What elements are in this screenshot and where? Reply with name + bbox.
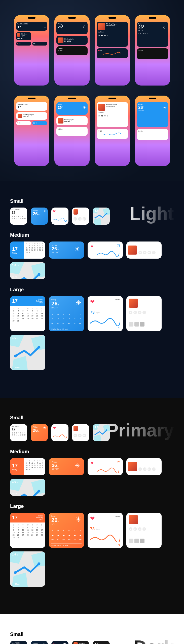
media-control-icon[interactable]: ⏭: [83, 434, 86, 437]
media-control-icon[interactable]: ♡: [152, 251, 156, 254]
media-control-icon[interactable]: ⏯: [133, 311, 137, 314]
media-control-icon[interactable]: ⏮: [138, 467, 142, 471]
upnext-art[interactable]: [134, 539, 139, 543]
media-control-icon[interactable]: ⏭: [83, 217, 86, 221]
map-widget-small[interactable]: 1.6Km: [93, 424, 110, 441]
heart-icon: ❤: [53, 642, 56, 644]
media-control-icon[interactable]: ⏯: [78, 217, 82, 221]
heart-widget-large[interactable]: ❤ 100% 73bpm 73: [88, 513, 123, 548]
favorite-icon[interactable]: ♡: [157, 299, 159, 308]
svg-point-29: [38, 562, 40, 565]
media-control-icon[interactable]: ⏮: [73, 434, 77, 437]
size-heading-small: Small: [10, 415, 174, 421]
heart-widget-small[interactable]: ❤ 73: [51, 424, 68, 441]
media-control-icon[interactable]: ⏯: [78, 434, 82, 437]
phone-mock: Blinding Lights The Weeknd Up Next ⏮ ⏯ ⏭…: [95, 15, 130, 86]
calendar-widget-small[interactable]: Wed, Feb 2021 17 1234567891011121314: [10, 424, 27, 441]
moon-icon: ☾: [163, 25, 167, 30]
theme-section-light: Small Light Wed, Feb 2021 17 12345678910…: [0, 181, 184, 398]
calendar-widget-large[interactable]: 17 FridayFebruary2021 SMTWTFS12345678910…: [10, 513, 45, 548]
heart-widget-small[interactable]: ❤ 73: [51, 641, 68, 644]
media-control-icon[interactable]: ⏮: [73, 217, 77, 221]
phone-mock: Friday 26° ☾ Blinding Lights ⏮ ⏯ ⏭ 1.6 K…: [54, 15, 90, 86]
phone-mock: Blinding Lights The Weeknd Up Next ⏮ ⏯ ⏭…: [95, 96, 130, 166]
weather-icon: ☀: [43, 209, 46, 213]
svg-point-4: [106, 213, 107, 214]
weather-widget-small[interactable]: Friday 26°C ☀: [31, 424, 48, 441]
media-control-icon[interactable]: ⏯: [143, 251, 146, 254]
media-control-icon[interactable]: ⏭: [138, 527, 141, 531]
media-control-icon[interactable]: ⏮: [129, 311, 132, 314]
media-control-icon[interactable]: ♡: [152, 467, 156, 471]
album-art: [73, 209, 78, 215]
phone-map-large: 1.6 Km: [137, 48, 168, 59]
heart-icon: ❤: [90, 515, 95, 522]
map-widget-large[interactable]: 1.6 Km 🚶 32 min: [10, 335, 45, 370]
media-control-icon[interactable]: ⏯: [143, 467, 146, 471]
media-control-icon[interactable]: ⏭: [148, 251, 151, 254]
music-widget-large[interactable]: Blinding LightsThe Weeknd ♡ ⏮⏯⏭♡ Up Next: [126, 296, 162, 331]
heart-widget-small[interactable]: ❤ 73: [51, 208, 68, 225]
calendar-widget-medium[interactable]: 17 Friday SMTWTFS12345678910111213141516…: [10, 242, 45, 259]
map-widget-small[interactable]: 1.6Km: [93, 641, 110, 644]
upnext-art[interactable]: [129, 322, 133, 327]
music-widget-small[interactable]: Blinding Lights ⏮⏯⏭: [72, 424, 89, 441]
svg-point-9: [38, 273, 40, 276]
weather-widget-small[interactable]: Friday 26°C ☾: [31, 641, 48, 644]
album-art: [128, 246, 137, 255]
weather-widget-medium[interactable]: Friday 26°C 19° / 27° ☀: [49, 242, 84, 259]
wind-icon: ≋: [51, 328, 53, 330]
favorite-icon[interactable]: ♡: [157, 515, 159, 524]
phone-map-large: 1.6 Km: [137, 129, 168, 140]
media-control-icon[interactable]: ⏮: [129, 527, 132, 531]
heart-widget-large[interactable]: ❤ 100% 73bpm 73: [88, 296, 123, 331]
phone-weather-mini: 26° ☾: [32, 42, 47, 46]
weather-icon: ☀: [72, 244, 82, 257]
map-widget-small[interactable]: 1.6Km: [93, 208, 110, 225]
map-widget-large[interactable]: 1.6 Km 🚶 32 min: [10, 551, 45, 587]
media-control-icon[interactable]: ⏭: [138, 311, 141, 314]
heart-icon: ❤: [53, 209, 56, 213]
phone-mock: Wed, Feb 2021 17 Blinding Lights ⏮ ⏯ ⏭ ❤…: [14, 96, 49, 166]
music-widget-medium[interactable]: Blinding LightsThe Weeknd ⏮⏯⏭♡: [126, 458, 162, 475]
phone-music-large: Blinding Lights The Weeknd Up Next ⏮ ⏯ ⏭…: [97, 102, 128, 127]
calendar-widget-medium[interactable]: 17 Friday SMTWTFS12345678910111213141516…: [10, 458, 45, 475]
media-control-icon[interactable]: ♡: [142, 527, 146, 531]
calendar-widget-small[interactable]: Wed, Feb 2021 17 1234567891011121314: [10, 208, 27, 225]
phone-mock: Friday 26° ☾ 19° / 27° SMTWTF 1.6 Km: [135, 15, 170, 86]
music-widget-small[interactable]: Blinding Lights ⏮⏯⏭: [72, 641, 89, 644]
heart-icon: ❤: [89, 243, 95, 257]
phone-mock: Friday 26° ☀ 19° / 27° 1.6 Km: [135, 96, 170, 166]
theme-section-primary: Small Primary Wed, Feb 2021 17 123456789…: [0, 398, 184, 614]
heart-widget-medium[interactable]: ❤ 73: [88, 458, 123, 475]
weather-widget-small[interactable]: Friday 26°C ☀: [31, 208, 48, 225]
phone-mock: Friday 26° ☀ Blinding Lights ⏮ ⏯ ⏭ 1.6 K…: [54, 96, 90, 166]
media-control-icon[interactable]: ⏯: [133, 527, 137, 531]
upnext-art[interactable]: [140, 539, 144, 543]
calendar-widget-large[interactable]: 17 FridayFebruary2021 SMTWTFS12345678910…: [10, 296, 45, 331]
album-art: [129, 515, 138, 524]
svg-point-3: [94, 217, 96, 218]
weather-widget-large[interactable]: Friday 26°C 19° / 27° ☀ S☁19°M☁21°T☁22°W…: [49, 513, 84, 548]
heart-widget-medium[interactable]: ❤ 73: [88, 242, 123, 259]
upnext-art[interactable]: [140, 322, 144, 327]
weather-icon: ☀: [72, 460, 82, 473]
media-control-icon[interactable]: ♡: [142, 311, 146, 314]
music-widget-small[interactable]: Blinding Lights ⏮⏯⏭: [72, 208, 89, 225]
album-art: [129, 299, 138, 308]
upnext-art[interactable]: [134, 322, 139, 327]
heart-icon: ❤: [17, 43, 18, 44]
media-control-icon[interactable]: ⏮: [138, 251, 142, 254]
walk-icon: 🚶: [12, 583, 14, 585]
weather-icon: ☀: [75, 299, 82, 309]
map-widget-medium[interactable]: 1.6 Km 32 min: [10, 479, 45, 496]
media-control-icon[interactable]: ⏭: [148, 467, 151, 471]
album-art: [17, 33, 20, 37]
weather-widget-medium[interactable]: Friday 26°C 19° / 27° ☀: [49, 458, 84, 475]
music-widget-large[interactable]: Blinding LightsThe Weeknd ♡ ⏮⏯⏭♡ Up Next: [126, 513, 162, 548]
calendar-widget-small[interactable]: Wed, Feb 2021 17 1234567891011121314: [10, 641, 27, 644]
music-widget-medium[interactable]: Blinding LightsThe Weeknd ⏮⏯⏭♡: [126, 242, 162, 259]
upnext-art[interactable]: [129, 539, 133, 543]
weather-widget-large[interactable]: Friday 26°C 19° / 27° ☀ S☁19°M☁21°T☁22°W…: [49, 296, 84, 331]
map-widget-medium[interactable]: 1.6 Km 32 min: [10, 262, 45, 279]
